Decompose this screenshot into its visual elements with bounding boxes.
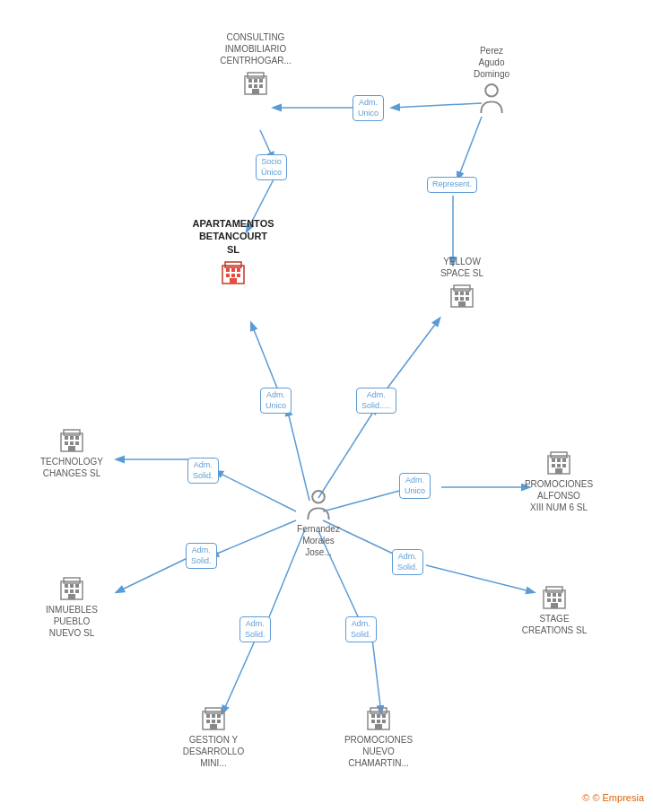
svg-rect-82 xyxy=(547,598,551,602)
copyright-symbol: © xyxy=(582,792,589,803)
svg-rect-33 xyxy=(454,285,470,291)
inmuebles-label: INMUEBLES PUEBLO NUEVO SL xyxy=(46,604,98,639)
svg-rect-73 xyxy=(65,589,68,593)
svg-rect-71 xyxy=(70,584,74,588)
svg-rect-35 xyxy=(460,292,464,295)
svg-rect-45 xyxy=(237,268,240,272)
badge-adm-unico-3: Adm. Unico xyxy=(399,473,431,499)
badge-adm-solid-6: Adm. Solid. xyxy=(345,616,377,642)
svg-line-8 xyxy=(318,406,377,498)
svg-rect-27 xyxy=(248,84,252,88)
badge-represent: Represent. xyxy=(427,177,477,193)
badge-adm-solid-4: Adm. Solid. xyxy=(392,549,423,575)
svg-rect-39 xyxy=(466,297,469,301)
svg-rect-79 xyxy=(547,593,551,597)
badge-adm-solid-3: Adm. Solid. xyxy=(186,543,217,569)
badge-adm-solid-5: Adm. Solid. xyxy=(239,616,271,642)
node-stage: STAGE CREATIONS SL xyxy=(514,583,595,639)
svg-rect-51 xyxy=(64,430,80,435)
svg-rect-69 xyxy=(64,578,80,583)
svg-rect-28 xyxy=(254,84,257,88)
svg-rect-74 xyxy=(70,589,74,593)
svg-rect-84 xyxy=(558,598,562,602)
node-perez: Perez Agudo Domingo xyxy=(456,45,527,114)
svg-rect-26 xyxy=(259,79,263,83)
svg-rect-70 xyxy=(65,584,68,588)
svg-rect-30 xyxy=(252,89,259,94)
copyright-text: © Empresia xyxy=(592,792,644,803)
svg-rect-75 xyxy=(75,589,79,593)
svg-rect-38 xyxy=(460,297,464,301)
inmuebles-building-icon xyxy=(58,574,85,601)
svg-rect-102 xyxy=(382,720,386,723)
node-promociones-nuevo: PROMOCIONES NUEVO CHAMARTIN... xyxy=(334,704,423,772)
apartamentos-label: APARTAMENTOS BETANCOURT SL xyxy=(192,217,274,256)
node-yellow: YELLOW SPACE SL xyxy=(426,256,498,309)
svg-rect-63 xyxy=(562,458,566,462)
node-promociones-alfonso: PROMOCIONES ALFONSO XIII NUM 6 SL xyxy=(514,449,604,516)
svg-rect-66 xyxy=(562,464,566,467)
svg-rect-40 xyxy=(458,301,466,307)
promociones-nuevo-label: PROMOCIONES NUEVO CHAMARTIN... xyxy=(344,734,413,769)
svg-rect-42 xyxy=(225,262,241,267)
node-inmuebles: INMUEBLES PUEBLO NUEVO SL xyxy=(31,574,112,642)
svg-rect-61 xyxy=(552,458,555,462)
svg-rect-29 xyxy=(259,84,263,88)
svg-rect-97 xyxy=(371,714,375,718)
svg-rect-100 xyxy=(371,720,375,723)
fernandez-person-icon xyxy=(305,489,332,520)
stage-building-icon xyxy=(541,583,568,610)
promociones-nuevo-building-icon xyxy=(365,704,392,731)
svg-rect-64 xyxy=(552,464,555,467)
badge-adm-solid-2: Adm. Solid. xyxy=(187,458,219,484)
svg-rect-98 xyxy=(377,714,380,718)
svg-line-19 xyxy=(222,639,256,713)
svg-rect-80 xyxy=(553,593,556,597)
svg-rect-88 xyxy=(206,714,210,718)
promociones-alfonso-building-icon xyxy=(545,449,572,476)
stage-label: STAGE CREATIONS SL xyxy=(522,613,588,636)
svg-rect-99 xyxy=(382,714,386,718)
yellow-label: YELLOW SPACE SL xyxy=(440,256,483,279)
svg-rect-94 xyxy=(210,724,217,729)
svg-rect-46 xyxy=(226,274,230,277)
badge-adm-unico-2: Adm. Unico xyxy=(260,388,292,414)
svg-rect-58 xyxy=(68,446,75,451)
svg-line-2 xyxy=(457,117,482,179)
svg-rect-103 xyxy=(375,724,382,729)
apartamentos-building-icon xyxy=(220,258,247,285)
consulting-label: CONSULTING INMOBILIARIO CENTRHOGAR... xyxy=(220,31,291,66)
svg-rect-62 xyxy=(557,458,561,462)
svg-rect-67 xyxy=(555,468,562,474)
svg-point-31 xyxy=(485,84,498,97)
svg-rect-23 xyxy=(248,73,264,78)
svg-line-9 xyxy=(386,319,440,390)
badge-adm-unico-1: Adm. Unico xyxy=(353,95,384,121)
technology-building-icon xyxy=(58,426,85,453)
svg-rect-56 xyxy=(70,441,74,445)
svg-rect-25 xyxy=(254,79,257,83)
gestion-building-icon xyxy=(200,704,227,731)
svg-rect-37 xyxy=(455,297,458,301)
svg-rect-43 xyxy=(226,268,230,272)
node-apartamentos: APARTAMENTOS BETANCOURT SL xyxy=(188,217,278,285)
svg-rect-54 xyxy=(75,436,79,440)
svg-rect-90 xyxy=(217,714,221,718)
gestion-label: GESTION Y DESARROLLO MINI... xyxy=(183,734,244,769)
perez-person-icon xyxy=(478,83,505,114)
svg-rect-101 xyxy=(377,720,380,723)
consulting-building-icon xyxy=(242,69,269,96)
svg-rect-24 xyxy=(248,79,252,83)
svg-rect-55 xyxy=(65,441,68,445)
svg-line-7 xyxy=(251,323,278,390)
svg-rect-48 xyxy=(237,274,240,277)
svg-point-104 xyxy=(312,491,325,503)
svg-rect-60 xyxy=(551,452,567,458)
svg-rect-65 xyxy=(557,464,561,467)
fernandez-label: Fernandez Morales Jose... xyxy=(297,523,340,558)
copyright: © © Empresia xyxy=(582,792,644,803)
svg-rect-96 xyxy=(370,708,387,713)
svg-rect-87 xyxy=(205,708,222,713)
technology-label: TECHNOLOGY CHANGES SL xyxy=(40,456,103,479)
svg-rect-83 xyxy=(553,598,556,602)
